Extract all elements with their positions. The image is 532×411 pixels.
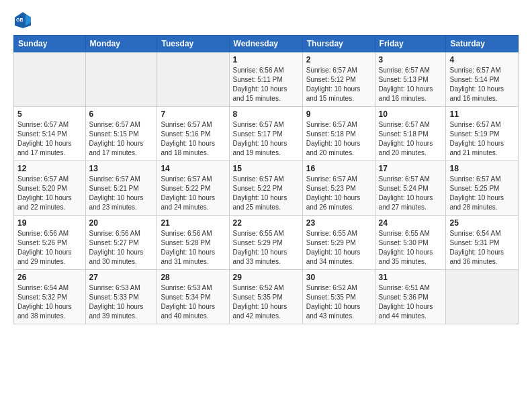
day-cell: 26Sunrise: 6:54 AM Sunset: 5:32 PM Dayli…: [14, 270, 86, 324]
day-number: 11: [449, 109, 515, 119]
weekday-header-thursday: Thursday: [302, 36, 375, 52]
day-number: 6: [89, 109, 154, 119]
day-cell: 16Sunrise: 6:57 AM Sunset: 5:23 PM Dayli…: [302, 161, 375, 216]
day-number: 21: [161, 218, 225, 228]
day-info: Sunrise: 6:57 AM Sunset: 5:14 PM Dayligh…: [17, 120, 82, 158]
day-cell: 31Sunrise: 6:51 AM Sunset: 5:36 PM Dayli…: [375, 270, 446, 324]
day-number: 9: [306, 109, 371, 119]
day-info: Sunrise: 6:53 AM Sunset: 5:33 PM Dayligh…: [89, 283, 154, 321]
logo: GB: [13, 11, 35, 30]
day-cell: [14, 52, 86, 107]
day-number: 31: [379, 273, 443, 282]
day-info: Sunrise: 6:55 AM Sunset: 5:29 PM Dayligh…: [306, 229, 371, 267]
day-cell: 2Sunrise: 6:57 AM Sunset: 5:12 PM Daylig…: [302, 52, 375, 107]
day-cell: 4Sunrise: 6:57 AM Sunset: 5:14 PM Daylig…: [446, 52, 519, 107]
svg-text:GB: GB: [16, 17, 24, 22]
day-info: Sunrise: 6:52 AM Sunset: 5:35 PM Dayligh…: [306, 283, 371, 321]
day-cell: 21Sunrise: 6:56 AM Sunset: 5:28 PM Dayli…: [157, 216, 229, 270]
week-row-1: 1Sunrise: 6:56 AM Sunset: 5:11 PM Daylig…: [14, 52, 519, 107]
day-cell: 10Sunrise: 6:57 AM Sunset: 5:18 PM Dayli…: [375, 107, 446, 161]
day-cell: 17Sunrise: 6:57 AM Sunset: 5:24 PM Dayli…: [375, 161, 446, 216]
day-info: Sunrise: 6:52 AM Sunset: 5:35 PM Dayligh…: [233, 283, 299, 321]
day-cell: 11Sunrise: 6:57 AM Sunset: 5:19 PM Dayli…: [446, 107, 519, 161]
day-cell: 18Sunrise: 6:57 AM Sunset: 5:25 PM Dayli…: [446, 161, 519, 216]
day-cell: 22Sunrise: 6:55 AM Sunset: 5:29 PM Dayli…: [229, 216, 302, 270]
day-cell: 3Sunrise: 6:57 AM Sunset: 5:13 PM Daylig…: [375, 52, 446, 107]
day-cell: 14Sunrise: 6:57 AM Sunset: 5:22 PM Dayli…: [157, 161, 229, 216]
weekday-header-wednesday: Wednesday: [229, 36, 302, 52]
day-number: 17: [379, 164, 443, 173]
week-row-2: 5Sunrise: 6:57 AM Sunset: 5:14 PM Daylig…: [14, 107, 519, 161]
day-cell: 24Sunrise: 6:55 AM Sunset: 5:30 PM Dayli…: [375, 216, 446, 270]
day-number: 19: [17, 218, 82, 228]
day-cell: 23Sunrise: 6:55 AM Sunset: 5:29 PM Dayli…: [302, 216, 375, 270]
calendar-table: SundayMondayTuesdayWednesdayThursdayFrid…: [13, 35, 519, 324]
day-number: 4: [449, 55, 515, 64]
day-cell: 29Sunrise: 6:52 AM Sunset: 5:35 PM Dayli…: [229, 270, 302, 324]
day-info: Sunrise: 6:57 AM Sunset: 5:16 PM Dayligh…: [161, 120, 225, 158]
day-cell: 25Sunrise: 6:54 AM Sunset: 5:31 PM Dayli…: [446, 216, 519, 270]
day-number: 26: [17, 273, 82, 282]
day-info: Sunrise: 6:57 AM Sunset: 5:17 PM Dayligh…: [233, 120, 299, 158]
day-number: 5: [17, 109, 82, 119]
day-number: 24: [379, 218, 443, 228]
week-row-4: 19Sunrise: 6:56 AM Sunset: 5:26 PM Dayli…: [14, 216, 519, 270]
day-number: 8: [233, 109, 299, 119]
day-number: 25: [449, 218, 515, 228]
day-info: Sunrise: 6:57 AM Sunset: 5:19 PM Dayligh…: [449, 120, 515, 158]
day-cell: 7Sunrise: 6:57 AM Sunset: 5:16 PM Daylig…: [157, 107, 229, 161]
day-cell: 27Sunrise: 6:53 AM Sunset: 5:33 PM Dayli…: [85, 270, 157, 324]
day-info: Sunrise: 6:56 AM Sunset: 5:11 PM Dayligh…: [233, 66, 299, 103]
day-info: Sunrise: 6:54 AM Sunset: 5:32 PM Dayligh…: [17, 283, 82, 321]
day-info: Sunrise: 6:53 AM Sunset: 5:34 PM Dayligh…: [161, 283, 225, 321]
day-info: Sunrise: 6:57 AM Sunset: 5:20 PM Dayligh…: [17, 175, 82, 212]
day-info: Sunrise: 6:55 AM Sunset: 5:30 PM Dayligh…: [379, 229, 443, 267]
weekday-header-friday: Friday: [375, 36, 446, 52]
day-info: Sunrise: 6:57 AM Sunset: 5:18 PM Dayligh…: [306, 120, 371, 158]
day-info: Sunrise: 6:57 AM Sunset: 5:12 PM Dayligh…: [306, 66, 371, 103]
day-number: 29: [233, 273, 299, 282]
day-cell: 9Sunrise: 6:57 AM Sunset: 5:18 PM Daylig…: [302, 107, 375, 161]
day-info: Sunrise: 6:57 AM Sunset: 5:14 PM Dayligh…: [449, 66, 515, 103]
weekday-header-row: SundayMondayTuesdayWednesdayThursdayFrid…: [14, 36, 519, 52]
day-info: Sunrise: 6:57 AM Sunset: 5:21 PM Dayligh…: [89, 175, 154, 212]
day-number: 30: [306, 273, 371, 282]
weekday-header-sunday: Sunday: [14, 36, 86, 52]
day-number: 10: [379, 109, 443, 119]
day-number: 14: [161, 164, 225, 173]
day-cell: 13Sunrise: 6:57 AM Sunset: 5:21 PM Dayli…: [85, 161, 157, 216]
day-info: Sunrise: 6:56 AM Sunset: 5:27 PM Dayligh…: [89, 229, 154, 267]
day-number: 27: [89, 273, 154, 282]
day-info: Sunrise: 6:57 AM Sunset: 5:22 PM Dayligh…: [161, 175, 225, 212]
day-cell: [446, 270, 519, 324]
day-number: 16: [306, 164, 371, 173]
day-number: 22: [233, 218, 299, 228]
day-info: Sunrise: 6:57 AM Sunset: 5:23 PM Dayligh…: [306, 175, 371, 212]
day-info: Sunrise: 6:57 AM Sunset: 5:22 PM Dayligh…: [233, 175, 299, 212]
day-info: Sunrise: 6:54 AM Sunset: 5:31 PM Dayligh…: [449, 229, 515, 267]
day-cell: 19Sunrise: 6:56 AM Sunset: 5:26 PM Dayli…: [14, 216, 86, 270]
day-info: Sunrise: 6:57 AM Sunset: 5:13 PM Dayligh…: [379, 66, 443, 103]
logo-icon: GB: [13, 11, 32, 30]
day-cell: 15Sunrise: 6:57 AM Sunset: 5:22 PM Dayli…: [229, 161, 302, 216]
week-row-5: 26Sunrise: 6:54 AM Sunset: 5:32 PM Dayli…: [14, 270, 519, 324]
day-info: Sunrise: 6:57 AM Sunset: 5:15 PM Dayligh…: [89, 120, 154, 158]
day-number: 15: [233, 164, 299, 173]
day-cell: 8Sunrise: 6:57 AM Sunset: 5:17 PM Daylig…: [229, 107, 302, 161]
day-cell: [157, 52, 229, 107]
day-cell: 28Sunrise: 6:53 AM Sunset: 5:34 PM Dayli…: [157, 270, 229, 324]
week-row-3: 12Sunrise: 6:57 AM Sunset: 5:20 PM Dayli…: [14, 161, 519, 216]
day-cell: 1Sunrise: 6:56 AM Sunset: 5:11 PM Daylig…: [229, 52, 302, 107]
day-info: Sunrise: 6:57 AM Sunset: 5:24 PM Dayligh…: [379, 175, 443, 212]
day-info: Sunrise: 6:56 AM Sunset: 5:26 PM Dayligh…: [17, 229, 82, 267]
day-info: Sunrise: 6:57 AM Sunset: 5:25 PM Dayligh…: [449, 175, 515, 212]
day-info: Sunrise: 6:55 AM Sunset: 5:29 PM Dayligh…: [233, 229, 299, 267]
weekday-header-saturday: Saturday: [446, 36, 519, 52]
day-number: 28: [161, 273, 225, 282]
day-info: Sunrise: 6:56 AM Sunset: 5:28 PM Dayligh…: [161, 229, 225, 267]
day-info: Sunrise: 6:51 AM Sunset: 5:36 PM Dayligh…: [379, 283, 443, 321]
day-cell: 6Sunrise: 6:57 AM Sunset: 5:15 PM Daylig…: [85, 107, 157, 161]
day-number: 23: [306, 218, 371, 228]
page: GB SundayMondayTuesdayWednesdayThursdayF…: [0, 0, 532, 411]
day-cell: 12Sunrise: 6:57 AM Sunset: 5:20 PM Dayli…: [14, 161, 86, 216]
